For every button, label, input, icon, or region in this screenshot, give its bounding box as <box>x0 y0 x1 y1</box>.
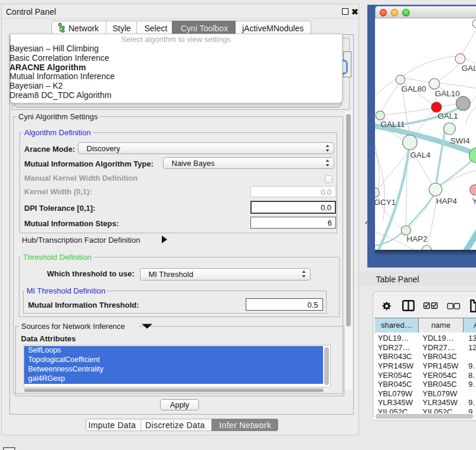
svg-text:GCY1: GCY1 <box>375 197 396 206</box>
svg-text:HAP2: HAP2 <box>406 234 427 243</box>
svg-text:GAL11: GAL11 <box>380 120 405 129</box>
svg-text:GAL10: GAL10 <box>435 89 459 98</box>
svg-text:HAP4: HAP4 <box>436 196 457 205</box>
svg-text:GAL1: GAL1 <box>437 112 457 120</box>
svg-text:GAL80: GAL80 <box>401 84 426 93</box>
svg-text:SWI4: SWI4 <box>450 136 470 145</box>
svg-text:GAL7: GAL7 <box>461 63 476 72</box>
svg-text:GAL4: GAL4 <box>410 150 431 159</box>
svg-text:Y: Y <box>472 196 476 205</box>
